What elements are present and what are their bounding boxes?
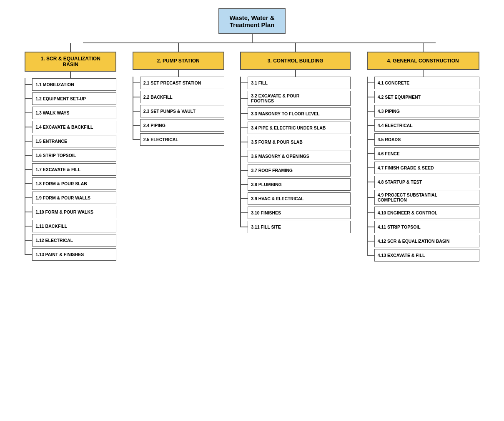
item-box: 1.7 EXCAVATE & FILL: [32, 163, 116, 176]
item-h-line: [25, 254, 32, 255]
item-box: 3.4 PIPE & ELECTRIC UNDER SLAB: [248, 122, 351, 134]
item-h-line: [133, 111, 140, 112]
items-backbone: [367, 77, 368, 255]
item-row: 1.6 STRIP TOPSOIL: [25, 149, 116, 162]
item-box: 2.3 SET PUMPS & VAULT: [140, 105, 224, 117]
item-box: 4.12 SCR & EQUALIZATION BASIN: [374, 235, 479, 247]
item-box: 4.8 STARTUP & TEST: [374, 176, 479, 188]
item-h-line: [25, 141, 32, 142]
item-row: 4.5 ROADS: [367, 133, 479, 146]
item-h-line: [240, 113, 248, 114]
item-box: 4.10 ENGINEER & CONTROL: [374, 207, 479, 219]
item-row: 2.4 PIPING: [133, 119, 224, 132]
item-h-line: [133, 82, 140, 83]
item-box: 2.2 BACKFILL: [140, 91, 224, 103]
item-row: 3.11 FILL SITE: [240, 221, 351, 233]
item-box: 2.1 SET PRECAST STATION: [140, 77, 224, 89]
cat-box-col1: 1. SCR & EQUALIZATION BASIN: [25, 52, 116, 72]
item-h-line: [367, 125, 374, 126]
item-box: 3.9 HVAC & ELECTRICAL: [248, 192, 351, 205]
cat-line-down: [70, 72, 71, 78]
item-h-line: [240, 170, 248, 171]
item-h-line: [25, 240, 32, 241]
item-row: 2.5 ELECTRICAL: [133, 133, 224, 146]
item-box: 3.7 ROOF FRAMING: [248, 164, 351, 177]
item-h-line: [240, 184, 248, 185]
item-h-line: [367, 212, 374, 213]
item-box: 1.4 EXCAVATE & BACKFILL: [32, 121, 116, 133]
columns-row: 1. SCR & EQUALIZATION BASIN1.1 MOBILIZAT…: [17, 43, 487, 263]
item-h-line: [25, 127, 32, 127]
item-box: 1.8 FORM & POUR SLAB: [32, 177, 116, 190]
item-box: 3.10 FINISHES: [248, 207, 351, 219]
items-list-col4: 4.1 CONCRETE4.2 SET EQUIPMENT4.3 PIPING4…: [367, 77, 479, 263]
item-box: 4.1 CONCRETE: [374, 77, 479, 89]
item-row: 3.2 EXCAVATE & POUR FOOTINGS: [240, 91, 351, 106]
item-h-line: [240, 98, 248, 99]
item-box: 4.9 PROJECT SUBSTANTIAL COMPLETION: [374, 190, 479, 205]
item-row: 1.11 BACKFILL: [25, 220, 116, 232]
item-box: 3.3 MASONRY TO FLOOR LEVEL: [248, 107, 351, 120]
item-h-line: [367, 97, 374, 97]
item-box: 1.3 WALK WAYS: [32, 107, 116, 119]
item-h-line: [240, 127, 248, 128]
cat-box-col3: 3. CONTROL BUILDING: [240, 52, 351, 70]
root-title: Waste, Water & Treatment Plan: [229, 14, 274, 28]
item-box: 1.5 ENTRANCE: [32, 135, 116, 147]
item-box: 4.5 ROADS: [374, 133, 479, 146]
col-line-top: [423, 43, 424, 52]
item-box: 3.2 EXCAVATE & POUR FOOTINGS: [248, 91, 351, 106]
item-row: 4.3 PIPING: [367, 105, 479, 117]
item-h-line: [25, 169, 32, 170]
item-h-line: [367, 167, 374, 168]
columns-section: 1. SCR & EQUALIZATION BASIN1.1 MOBILIZAT…: [4, 42, 500, 263]
item-h-line: [240, 227, 248, 227]
item-h-line: [25, 155, 32, 156]
item-row: 2.2 BACKFILL: [133, 91, 224, 103]
column-col3: 3. CONTROL BUILDING3.1 FILL3.2 EXCAVATE …: [240, 43, 351, 263]
item-row: 3.8 PLUMBING: [240, 178, 351, 191]
item-box: 4.6 FENCE: [374, 147, 479, 160]
item-box: 1.6 STRIP TOPSOIL: [32, 149, 116, 162]
item-h-line: [240, 142, 248, 142]
item-box: 4.13 EXCAVATE & FILL: [374, 249, 479, 262]
item-row: 1.1 MOBILIZATION: [25, 78, 116, 91]
item-row: 3.7 ROOF FRAMING: [240, 164, 351, 177]
item-row: 2.1 SET PRECAST STATION: [133, 77, 224, 89]
item-row: 4.8 STARTUP & TEST: [367, 176, 479, 188]
item-h-line: [25, 197, 32, 198]
cat-line-down: [295, 70, 296, 77]
items-list-col2: 2.1 SET PRECAST STATION2.2 BACKFILL2.3 S…: [133, 77, 224, 147]
item-h-line: [240, 82, 248, 83]
column-col1: 1. SCR & EQUALIZATION BASIN1.1 MOBILIZAT…: [25, 43, 116, 263]
item-h-line: [25, 84, 32, 85]
item-row: 4.12 SCR & EQUALIZATION BASIN: [367, 235, 479, 247]
item-h-line: [25, 212, 32, 212]
item-box: 3.1 FILL: [248, 77, 351, 89]
item-row: 3.10 FINISHES: [240, 207, 351, 219]
item-row: 1.13 PAINT & FINISHES: [25, 248, 116, 261]
item-h-line: [133, 125, 140, 126]
item-row: 1.9 FORM & POUR WALLS: [25, 192, 116, 204]
cat-box-col4: 4. GENERAL CONSTRUCTION: [367, 52, 479, 70]
col-line-top: [178, 43, 179, 52]
item-row: 1.5 ENTRANCE: [25, 135, 116, 147]
column-col2: 2. PUMP STATION2.1 SET PRECAST STATION2.…: [133, 43, 224, 263]
item-row: 3.1 FILL: [240, 77, 351, 89]
item-row: 2.3 SET PUMPS & VAULT: [133, 105, 224, 117]
cat-line-down: [423, 70, 424, 77]
root-line-down: [252, 34, 253, 42]
item-box: 3.5 FORM & POUR SLAB: [248, 136, 351, 148]
item-h-line: [25, 112, 32, 113]
item-box: 4.2 SET EQUIPMENT: [374, 91, 479, 103]
item-box: 3.6 MASONRY & OPENINGS: [248, 150, 351, 162]
item-row: 3.9 HVAC & ELECTRICAL: [240, 192, 351, 205]
item-row: 4.7 FINISH GRADE & SEED: [367, 162, 479, 174]
item-row: 4.4 ELECTRICAL: [367, 119, 479, 132]
item-row: 1.2 EQUIPMENT SET-UP: [25, 92, 116, 105]
item-row: 4.11 STRIP TOPSOIL: [367, 221, 479, 233]
item-row: 1.4 EXCAVATE & BACKFILL: [25, 121, 116, 133]
item-h-line: [367, 197, 374, 198]
item-h-line: [367, 227, 374, 227]
item-box: 4.4 ELECTRICAL: [374, 119, 479, 132]
